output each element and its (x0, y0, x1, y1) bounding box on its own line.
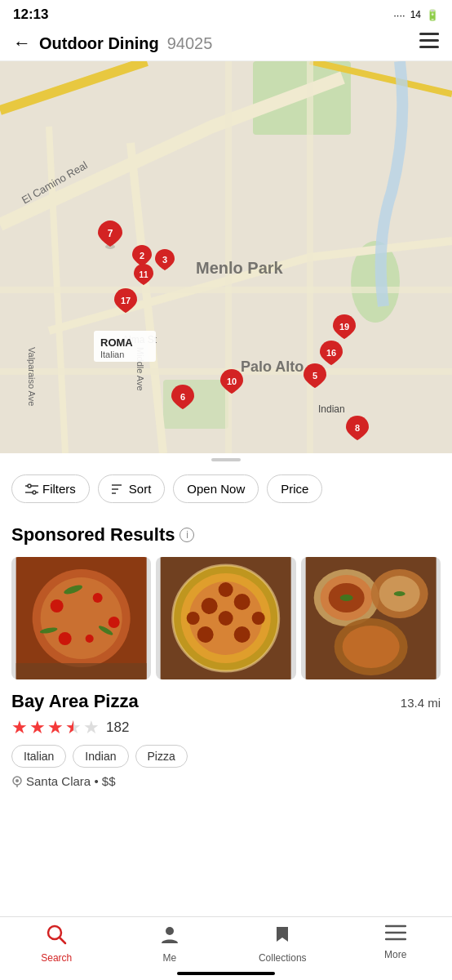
svg-point-75 (342, 626, 399, 668)
sponsored-info-icon[interactable]: i (179, 528, 194, 542)
me-nav-icon (159, 924, 180, 950)
svg-text:Menlo Park: Menlo Park (196, 259, 284, 277)
nav-me[interactable]: Me (113, 924, 227, 964)
cuisine-tags: Italian Indian Pizza (11, 745, 441, 768)
listing-photo-1[interactable] (11, 557, 151, 679)
page-title: Outdoor Dining (39, 34, 159, 53)
listing-photo-2[interactable] (156, 557, 295, 679)
bottom-navigation: Search Me Collections More (0, 916, 452, 980)
me-nav-label: Me (162, 952, 176, 964)
svg-text:11: 11 (139, 270, 148, 279)
svg-text:6: 6 (180, 392, 185, 402)
zip-code: 94025 (167, 34, 213, 53)
svg-rect-1 (419, 39, 439, 42)
svg-text:5: 5 (312, 371, 317, 381)
menu-button[interactable] (419, 33, 439, 54)
svg-point-79 (16, 779, 19, 782)
star-5: ★ (83, 717, 100, 738)
scroll-indicator (0, 453, 452, 466)
status-time: 12:13 (13, 7, 48, 23)
svg-text:7: 7 (108, 228, 113, 239)
svg-point-66 (187, 612, 200, 625)
svg-text:Indian: Indian (318, 403, 345, 415)
search-header: ← Outdoor Dining 94025 (0, 26, 452, 61)
battery-icon: 🔋 (426, 9, 439, 21)
star-1: ★ (11, 717, 28, 738)
svg-text:ROMA: ROMA (100, 336, 133, 349)
svg-point-65 (252, 612, 265, 625)
svg-point-48 (109, 617, 120, 628)
map-svg: El Camino Real Alma St Middle Ave Valpar… (0, 61, 452, 453)
filter-bar: Filters Sort Open Now Price (0, 466, 452, 511)
svg-point-62 (234, 626, 250, 643)
svg-text:Palo Alto: Palo Alto (241, 359, 304, 375)
svg-rect-7 (163, 380, 228, 429)
svg-point-63 (219, 611, 233, 626)
svg-point-76 (339, 595, 352, 601)
svg-text:16: 16 (326, 348, 336, 358)
more-nav-label: More (384, 949, 406, 960)
collections-nav-icon (272, 924, 293, 950)
sort-icon (112, 483, 125, 495)
svg-text:2: 2 (140, 251, 144, 261)
content-area: Sponsored Results i (0, 511, 452, 788)
home-indicator (177, 972, 275, 975)
business-distance: 13.4 mi (401, 696, 441, 710)
svg-point-49 (59, 632, 72, 645)
filters-label: Filters (42, 482, 76, 496)
nav-collections[interactable]: Collections (226, 924, 339, 964)
svg-point-45 (41, 577, 122, 659)
star-4-half: ★★ (65, 717, 82, 738)
scroll-dot (211, 458, 241, 461)
nav-search[interactable]: Search (0, 924, 113, 964)
nav-more[interactable]: More (339, 924, 453, 964)
svg-point-61 (197, 626, 214, 643)
svg-text:8: 8 (355, 423, 360, 433)
signal-dots: ···· (393, 9, 405, 21)
svg-point-47 (93, 593, 103, 603)
svg-point-83 (166, 927, 174, 935)
svg-point-60 (234, 594, 250, 610)
svg-point-77 (393, 591, 405, 596)
svg-point-50 (86, 635, 94, 643)
location-text: Santa Clara • $$ (26, 774, 116, 788)
photo-strip[interactable] (11, 557, 441, 679)
back-button[interactable]: ← (13, 33, 31, 54)
svg-point-39 (33, 491, 36, 494)
open-now-button[interactable]: Open Now (173, 474, 259, 503)
status-icons: ···· 14 🔋 (393, 9, 439, 21)
svg-line-82 (60, 938, 65, 943)
location-pin-icon (11, 776, 23, 787)
sort-label: Sort (129, 482, 152, 496)
search-nav-icon (46, 924, 67, 950)
tag-italian[interactable]: Italian (11, 745, 66, 768)
sliders-icon (25, 483, 38, 495)
svg-point-64 (219, 582, 233, 597)
star-2: ★ (29, 717, 46, 738)
svg-rect-3 (432, 33, 439, 35)
location-row: Santa Clara • $$ (11, 774, 441, 788)
svg-text:3: 3 (162, 255, 167, 265)
price-button[interactable]: Price (267, 474, 322, 503)
star-3: ★ (47, 717, 64, 738)
business-name[interactable]: Bay Area Pizza (11, 691, 139, 712)
svg-text:10: 10 (227, 376, 237, 386)
svg-point-37 (28, 484, 31, 488)
svg-point-46 (51, 599, 64, 612)
star-rating: ★ ★ ★ ★★ ★ (11, 717, 100, 738)
map-view[interactable]: El Camino Real Alma St Middle Ave Valpar… (0, 61, 452, 453)
tag-pizza[interactable]: Pizza (135, 745, 188, 768)
sponsored-title: Sponsored Results (11, 524, 175, 546)
svg-text:Italian: Italian (100, 350, 124, 359)
business-name-row: Bay Area Pizza 13.4 mi (11, 691, 441, 712)
svg-text:19: 19 (339, 322, 349, 332)
sort-button[interactable]: Sort (98, 474, 166, 503)
svg-text:Valparaiso Ave: Valparaiso Ave (27, 347, 37, 406)
svg-rect-54 (16, 663, 147, 679)
sim-icon: 14 (410, 9, 421, 20)
collections-nav-label: Collections (259, 952, 307, 964)
listing-photo-3[interactable] (301, 557, 441, 679)
filters-button[interactable]: Filters (11, 474, 90, 503)
tag-indian[interactable]: Indian (73, 745, 128, 768)
sponsored-header: Sponsored Results i (11, 524, 441, 546)
